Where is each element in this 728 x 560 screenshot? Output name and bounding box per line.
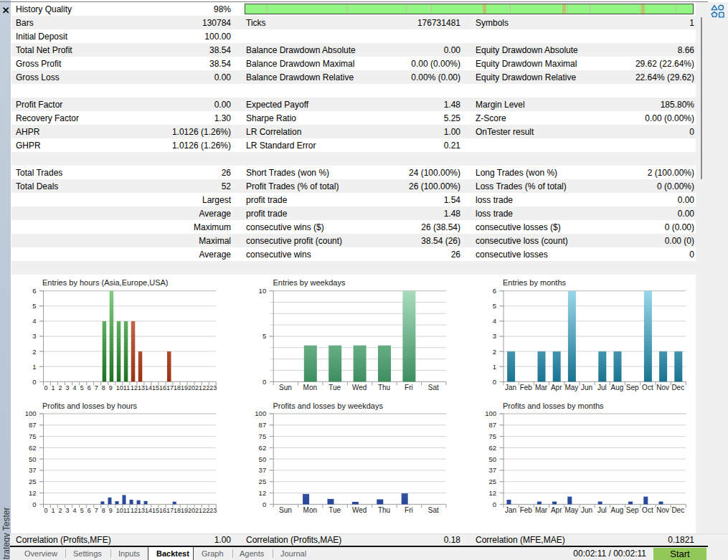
- svg-text:5: 5: [493, 302, 496, 310]
- svg-text:Jul: Jul: [597, 384, 607, 391]
- svg-text:3: 3: [66, 507, 70, 514]
- svg-text:23: 23: [209, 384, 217, 391]
- svg-text:0: 0: [493, 378, 496, 386]
- svg-text:2: 2: [32, 348, 36, 356]
- svg-text:Nov: Nov: [656, 506, 669, 514]
- svg-text:11: 11: [123, 384, 130, 391]
- svg-text:Mon: Mon: [303, 506, 317, 514]
- svg-text:100: 100: [255, 409, 266, 417]
- svg-text:19: 19: [181, 384, 188, 391]
- svg-text:7: 7: [95, 384, 98, 391]
- svg-text:18: 18: [174, 384, 181, 391]
- svg-text:Wed: Wed: [352, 384, 367, 391]
- svg-text:12: 12: [259, 489, 267, 497]
- svg-text:Apr: Apr: [551, 506, 562, 514]
- svg-text:Oct: Oct: [642, 506, 653, 514]
- svg-text:75: 75: [488, 432, 496, 440]
- svg-text:Jun: Jun: [581, 506, 592, 514]
- svg-text:62: 62: [259, 444, 267, 452]
- svg-text:19: 19: [181, 507, 188, 514]
- svg-text:12: 12: [131, 507, 138, 514]
- svg-text:22: 22: [202, 384, 209, 391]
- svg-text:75: 75: [259, 432, 267, 440]
- svg-text:4: 4: [32, 317, 36, 325]
- svg-text:Oct: Oct: [642, 384, 653, 391]
- svg-text:7: 7: [95, 507, 98, 514]
- svg-text:10: 10: [116, 384, 123, 391]
- svg-text:Jun: Jun: [581, 384, 592, 391]
- svg-text:Profits and losses by hours: Profits and losses by hours: [42, 402, 138, 410]
- svg-text:12: 12: [131, 384, 138, 391]
- svg-text:Wed: Wed: [352, 506, 367, 514]
- svg-text:Tue: Tue: [328, 506, 341, 514]
- svg-text:37: 37: [29, 466, 37, 474]
- svg-text:5: 5: [263, 332, 266, 340]
- svg-text:17: 17: [166, 384, 174, 391]
- svg-text:9: 9: [109, 384, 113, 391]
- svg-text:0: 0: [493, 500, 496, 508]
- svg-text:22: 22: [202, 507, 209, 514]
- svg-text:50: 50: [259, 455, 267, 463]
- svg-text:37: 37: [259, 466, 267, 474]
- svg-text:20: 20: [188, 384, 195, 391]
- svg-text:Profits and losses by weekdays: Profits and losses by weekdays: [273, 402, 384, 410]
- svg-text:Entries by weekdays: Entries by weekdays: [273, 278, 346, 287]
- svg-text:2: 2: [59, 384, 62, 391]
- svg-text:15: 15: [152, 507, 159, 514]
- svg-text:14: 14: [145, 384, 152, 391]
- svg-text:0: 0: [32, 378, 36, 386]
- svg-text:Entries by hours (Asia,Europe,: Entries by hours (Asia,Europe,USA): [42, 278, 168, 287]
- svg-text:20: 20: [188, 507, 195, 514]
- svg-text:25: 25: [259, 478, 267, 485]
- svg-text:1: 1: [32, 363, 36, 371]
- svg-text:0: 0: [44, 507, 48, 514]
- svg-text:Jul: Jul: [597, 506, 607, 514]
- svg-text:2: 2: [59, 507, 62, 514]
- svg-text:0: 0: [44, 384, 48, 391]
- svg-text:13: 13: [138, 384, 145, 391]
- svg-text:Sun: Sun: [279, 384, 292, 391]
- svg-text:Jan: Jan: [505, 506, 516, 514]
- svg-text:16: 16: [159, 507, 166, 514]
- svg-text:Thu: Thu: [378, 384, 390, 391]
- svg-text:50: 50: [29, 455, 37, 463]
- svg-text:9: 9: [109, 507, 113, 514]
- svg-text:13: 13: [138, 507, 145, 514]
- svg-text:Entries by months: Entries by months: [503, 278, 567, 287]
- svg-text:May: May: [564, 384, 578, 391]
- svg-text:Sat: Sat: [428, 384, 439, 391]
- svg-text:Feb: Feb: [520, 384, 533, 391]
- svg-text:14: 14: [145, 507, 152, 514]
- svg-text:Apr: Apr: [551, 384, 562, 391]
- svg-text:50: 50: [488, 455, 496, 463]
- svg-text:12: 12: [29, 489, 37, 497]
- svg-text:Dec: Dec: [671, 384, 684, 391]
- svg-text:8: 8: [102, 507, 105, 514]
- svg-text:12: 12: [488, 489, 496, 497]
- svg-text:Fri: Fri: [405, 506, 413, 514]
- svg-text:Sat: Sat: [428, 506, 439, 514]
- svg-text:100: 100: [25, 409, 37, 417]
- svg-text:Jan: Jan: [505, 384, 516, 391]
- svg-text:0: 0: [32, 500, 36, 508]
- svg-text:Sep: Sep: [626, 384, 639, 391]
- svg-text:6: 6: [88, 384, 91, 391]
- svg-text:3: 3: [66, 384, 70, 391]
- svg-text:17: 17: [166, 507, 174, 514]
- svg-text:21: 21: [195, 507, 202, 514]
- svg-text:1: 1: [493, 363, 496, 371]
- svg-text:5: 5: [80, 507, 84, 514]
- svg-text:Mar: Mar: [535, 506, 548, 514]
- svg-text:10: 10: [259, 287, 267, 295]
- svg-text:Sun: Sun: [279, 506, 292, 514]
- svg-text:Nov: Nov: [656, 384, 669, 391]
- svg-text:5: 5: [80, 384, 84, 391]
- svg-text:25: 25: [29, 478, 37, 485]
- svg-text:6: 6: [493, 287, 496, 295]
- svg-text:Aug: Aug: [611, 506, 624, 514]
- svg-text:0: 0: [263, 378, 266, 386]
- svg-text:Sep: Sep: [626, 506, 639, 514]
- svg-text:16: 16: [159, 384, 166, 391]
- svg-text:6: 6: [88, 507, 91, 514]
- svg-text:87: 87: [29, 421, 37, 429]
